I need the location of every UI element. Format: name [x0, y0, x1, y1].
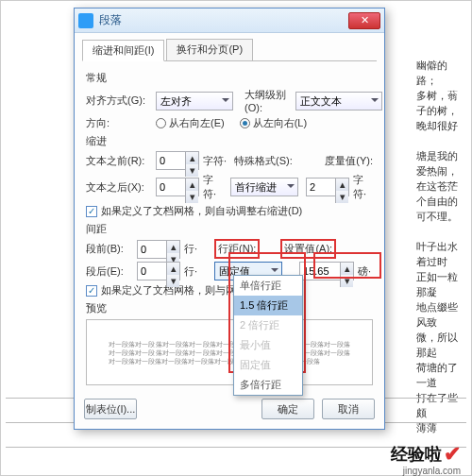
group-spacing: 间距	[86, 222, 373, 236]
opt-single[interactable]: 单倍行距	[234, 276, 302, 296]
opt-fixed[interactable]: 固定值	[234, 355, 302, 375]
after-para-unit: 行·	[184, 264, 197, 279]
opt-double[interactable]: 2 倍行距	[234, 315, 302, 335]
highlight-set-value-area	[313, 252, 381, 279]
watermark-url: jingyanla.com	[403, 466, 461, 476]
before-para-spin[interactable]: ▴▾	[137, 240, 180, 259]
metric-label: 度量值(Y):	[325, 154, 373, 168]
after-para-input[interactable]	[138, 263, 166, 280]
after-para-label: 段后(E):	[86, 264, 133, 279]
before-text-unit: 字符·	[203, 154, 227, 168]
opt-min[interactable]: 最小值	[234, 335, 302, 355]
special-select[interactable]: 首行缩进	[230, 178, 298, 196]
check-auto-indent[interactable]: ✓如果定义了文档网格，则自动调整右缩进(D)	[86, 204, 302, 218]
close-button[interactable]: ✕	[348, 12, 380, 29]
metric-input[interactable]	[307, 178, 335, 196]
app-icon	[78, 13, 93, 28]
tab-line-page[interactable]: 换行和分页(P)	[166, 39, 253, 60]
radio-ltr[interactable]: 从左向右(L)	[240, 116, 307, 130]
spin-down-icon[interactable]: ▾	[185, 164, 198, 177]
tabstops-button[interactable]: 制表位(I)...	[84, 399, 137, 419]
before-text-spin[interactable]: ▴▾	[156, 151, 199, 170]
tab-strip: 缩进和间距(I) 换行和分页(P)	[82, 39, 377, 61]
watermark: 经验啦 ✔ jingyanla.com	[391, 442, 461, 467]
metric-unit: 字符·	[353, 173, 373, 201]
align-select[interactable]: 左对齐	[156, 92, 233, 110]
direction-label: 方向:	[86, 116, 152, 130]
titlebar[interactable]: 段落 ✕	[75, 8, 384, 33]
before-text-label: 文本之前(R):	[86, 154, 152, 168]
ok-button[interactable]: 确定	[261, 399, 314, 419]
group-indent: 缩进	[86, 134, 373, 148]
watermark-brand: 经验啦	[391, 443, 442, 466]
paragraph-dialog: 段落 ✕ 缩进和间距(I) 换行和分页(P) 常规 对齐方式(G): 左对齐 大…	[74, 8, 385, 430]
metric-spin[interactable]: ▴▾	[306, 178, 349, 196]
line-spacing-dropdown[interactable]: 单倍行距 1.5 倍行距 2 倍行距 最小值 固定值 多倍行距	[233, 275, 303, 396]
after-text-unit: 字符·	[203, 173, 223, 201]
before-text-input[interactable]	[157, 152, 185, 169]
opt-multi[interactable]: 多倍行距	[234, 375, 302, 395]
after-para-spin[interactable]: ▴▾	[137, 262, 180, 280]
group-general: 常规	[86, 71, 373, 85]
check-icon: ✔	[444, 442, 461, 467]
opt-1-5[interactable]: 1.5 倍行距	[234, 296, 302, 315]
cancel-button[interactable]: 取消	[322, 399, 375, 419]
after-text-spin[interactable]: ▴▾	[156, 178, 199, 196]
tab-indent-spacing[interactable]: 缩进和间距(I)	[82, 40, 164, 61]
before-para-unit: 行·	[184, 242, 197, 256]
before-para-input[interactable]	[138, 241, 166, 258]
spin-up-icon[interactable]: ▴	[185, 152, 198, 164]
after-text-input[interactable]	[157, 178, 185, 196]
align-label: 对齐方式(G):	[86, 94, 152, 108]
after-text-label: 文本之后(X):	[86, 180, 152, 195]
dialog-title: 段落	[99, 12, 348, 28]
before-para-label: 段前(B):	[86, 242, 133, 256]
special-label: 特殊格式(S):	[234, 154, 293, 168]
radio-rtl[interactable]: 从右向左(E)	[156, 116, 225, 130]
outline-select[interactable]: 正文文本	[295, 92, 382, 110]
document-text: 幽僻的路； 多树，蓊 子的树， 晚却很好 塘是我的 爱热闹， 在这苍茫 个自由的…	[416, 58, 464, 435]
outline-label: 大纲级别(O):	[244, 88, 292, 113]
